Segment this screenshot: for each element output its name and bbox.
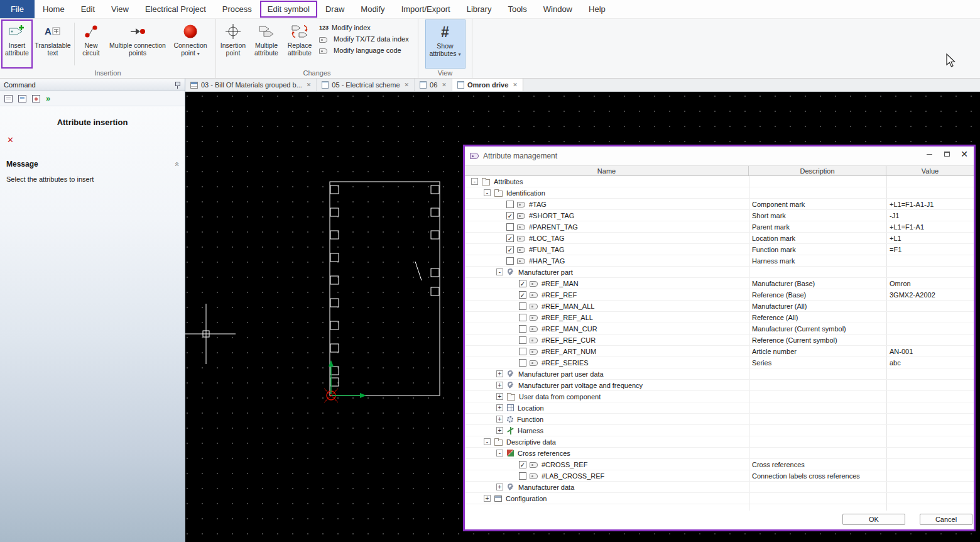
cancel-command-button[interactable]: ✕ bbox=[7, 135, 17, 145]
menu-item-library[interactable]: Library bbox=[459, 0, 500, 18]
close-tab-icon[interactable]: ✕ bbox=[442, 82, 447, 88]
close-tab-icon[interactable]: ✕ bbox=[307, 82, 312, 88]
tree-row-user-data-from-component[interactable]: +User data from component bbox=[465, 391, 974, 402]
cancel-button[interactable]: Cancel bbox=[920, 514, 972, 525]
menu-item-draw[interactable]: Draw bbox=[317, 0, 352, 18]
checkbox-unchecked[interactable] bbox=[519, 314, 526, 321]
menu-item-window[interactable]: Window bbox=[535, 0, 580, 18]
menu-item-modify[interactable]: Modify bbox=[352, 0, 393, 18]
tree-row-har-tag[interactable]: #HAR_TAGHarness mark bbox=[465, 255, 974, 267]
checkbox-unchecked[interactable] bbox=[519, 348, 526, 355]
show-attributes-button[interactable]: # Show attributes ▾ bbox=[425, 19, 466, 69]
sheet-icon[interactable] bbox=[4, 95, 13, 102]
tree-row-tag[interactable]: #TAGComponent mark+L1=F1-A1-J1 bbox=[465, 199, 974, 210]
checkbox-unchecked[interactable] bbox=[519, 325, 526, 333]
checkbox-checked[interactable]: ✓ bbox=[506, 235, 514, 242]
checkbox-unchecked[interactable] bbox=[519, 472, 526, 480]
window-icon[interactable] bbox=[18, 95, 26, 102]
insert-attribute-button[interactable]: Insert attribute bbox=[1, 19, 33, 69]
menu-item-edit[interactable]: Edit bbox=[73, 0, 103, 18]
collapse-icon[interactable]: - bbox=[484, 189, 491, 196]
checkbox-unchecked[interactable] bbox=[519, 359, 526, 367]
tree-row-ref-man-cur[interactable]: #REF_MAN_CURManufacturer (Current symbol… bbox=[465, 323, 974, 335]
menu-item-electrical-project[interactable]: Electrical Project bbox=[137, 0, 214, 18]
tree-row-fun-tag[interactable]: ✓#FUN_TAGFunction mark=F1 bbox=[465, 244, 974, 255]
tab-06[interactable]: 06✕ bbox=[415, 79, 452, 91]
tree-row-short-tag[interactable]: ✓#SHORT_TAGShort mark-J1 bbox=[465, 210, 974, 221]
tree-row-ref-series[interactable]: #REF_SERIESSeriesabc bbox=[465, 357, 974, 368]
checkbox-checked[interactable]: ✓ bbox=[519, 291, 526, 299]
tree-row-identification[interactable]: -Identification bbox=[465, 187, 974, 199]
pin-icon[interactable] bbox=[174, 81, 181, 89]
checkbox-checked[interactable]: ✓ bbox=[506, 246, 514, 253]
tree-row-manufacturer-data[interactable]: +Manufacturer data bbox=[465, 482, 974, 493]
tree-row-configuration[interactable]: +Configuration bbox=[465, 493, 974, 504]
collapse-icon[interactable]: - bbox=[496, 268, 503, 275]
column-header-description[interactable]: Description bbox=[749, 166, 886, 175]
expand-icon[interactable]: + bbox=[496, 427, 503, 434]
collapse-icon[interactable]: - bbox=[484, 438, 491, 445]
menu-item-process[interactable]: Process bbox=[214, 0, 260, 18]
tree-row-ref-man-all[interactable]: #REF_MAN_ALLManufacturer (All) bbox=[465, 301, 974, 312]
modify-language-code-button[interactable]: Modify language code bbox=[319, 47, 413, 54]
maximize-button[interactable] bbox=[938, 147, 956, 161]
tree-row-ref-man[interactable]: ✓#REF_MANManufacturer (Base)Omron bbox=[465, 278, 974, 289]
new-circuit-button[interactable]: New circuit bbox=[77, 19, 105, 69]
menu-item-home[interactable]: Home bbox=[35, 0, 73, 18]
drawing-canvas[interactable]: Attribute management ✕ Name Description … bbox=[185, 92, 980, 542]
menu-item-tools[interactable]: Tools bbox=[499, 0, 535, 18]
collapse-icon[interactable]: - bbox=[496, 450, 503, 456]
insertion-point-button[interactable]: Insertion point bbox=[217, 19, 249, 69]
checkbox-unchecked[interactable] bbox=[506, 201, 514, 208]
multiple-attribute-button[interactable]: Multiple attribute bbox=[250, 19, 283, 69]
minimize-button[interactable] bbox=[920, 147, 938, 161]
translatable-text-button[interactable]: A Translatable text bbox=[34, 19, 72, 69]
checkbox-unchecked[interactable] bbox=[519, 302, 526, 310]
tree-row-parent-tag[interactable]: #PARENT_TAGParent mark+L1=F1-A1 bbox=[465, 221, 974, 233]
column-header-name[interactable]: Name bbox=[465, 166, 749, 175]
expand-icon[interactable]: + bbox=[496, 484, 503, 490]
tab-omron-drive[interactable]: Omron drive✕ bbox=[452, 79, 523, 91]
tree-row-cross-references[interactable]: -Cross references bbox=[465, 448, 974, 459]
modify-index-button[interactable]: 123 Modify index bbox=[319, 24, 413, 31]
modify-txtz-data-index-button[interactable]: Modify TX/TZ data index bbox=[319, 35, 413, 43]
checkbox-unchecked[interactable] bbox=[506, 257, 514, 265]
tree-row-cross-ref[interactable]: ✓#CROSS_REFCross references bbox=[465, 459, 974, 470]
tree-row-ref-ref[interactable]: ✓#REF_REFReference (Base)3GMX2-A2002 bbox=[465, 289, 974, 301]
menu-item-view[interactable]: View bbox=[103, 0, 137, 18]
checkbox-checked[interactable]: ✓ bbox=[519, 461, 526, 468]
expand-icon[interactable]: + bbox=[496, 382, 503, 389]
tree-row-lab-cross-ref[interactable]: #LAB_CROSS_REFConnection labels cross re… bbox=[465, 470, 974, 482]
expand-icon[interactable]: + bbox=[484, 495, 491, 502]
expand-icon[interactable]: + bbox=[496, 404, 503, 411]
dialog-title-bar[interactable]: Attribute management ✕ bbox=[465, 147, 974, 165]
collapse-chevron-icon[interactable]: « bbox=[173, 162, 180, 166]
menu-item-help[interactable]: Help bbox=[580, 0, 614, 18]
checkbox-checked[interactable]: ✓ bbox=[519, 280, 526, 287]
tree-row-ref-art-num[interactable]: #REF_ART_NUMArticle numberAN-001 bbox=[465, 346, 974, 357]
menu-item-file[interactable]: File bbox=[0, 0, 35, 18]
tree-row-harness[interactable]: +Harness bbox=[465, 425, 974, 436]
replace-attribute-button[interactable]: Replace attribute bbox=[284, 19, 315, 69]
close-button[interactable]: ✕ bbox=[956, 147, 973, 161]
checkbox-checked[interactable]: ✓ bbox=[506, 212, 514, 219]
tree-row-manufacturer-part-user-data[interactable]: +Manufacturer part user data bbox=[465, 368, 974, 380]
close-tab-icon[interactable]: ✕ bbox=[405, 82, 410, 88]
multiple-connection-points-button[interactable]: Multiple connection points bbox=[106, 19, 169, 69]
tab-03-bill-of-materials-grouped-b[interactable]: 03 - Bill Of Materials grouped b...✕ bbox=[185, 79, 317, 91]
checkbox-unchecked[interactable] bbox=[519, 336, 526, 344]
ok-button[interactable]: OK bbox=[842, 514, 905, 525]
tree-row-location[interactable]: +Location bbox=[465, 402, 974, 414]
tree-row-loc-tag[interactable]: ✓#LOC_TAGLocation mark+L1 bbox=[465, 233, 974, 244]
tree-row-manufacturer-part-voltage-and-frequency[interactable]: +Manufacturer part voltage and frequency bbox=[465, 380, 974, 391]
expand-icon[interactable]: + bbox=[496, 393, 503, 400]
menu-item-import-export[interactable]: Import/Export bbox=[393, 0, 459, 18]
run-icon[interactable]: » bbox=[46, 95, 50, 102]
tree-row-attributes[interactable]: -Attributes bbox=[465, 176, 974, 187]
expand-icon[interactable]: + bbox=[496, 416, 503, 423]
column-header-value[interactable]: Value bbox=[886, 166, 974, 175]
tree-row-ref-ref-all[interactable]: #REF_REF_ALLReference (All) bbox=[465, 312, 974, 323]
tree-row-manufacturer-part[interactable]: -Manufacturer part bbox=[465, 267, 974, 278]
tab-05-electrical-scheme[interactable]: 05 - Electrical scheme✕ bbox=[317, 79, 415, 91]
checkbox-unchecked[interactable] bbox=[506, 223, 514, 231]
